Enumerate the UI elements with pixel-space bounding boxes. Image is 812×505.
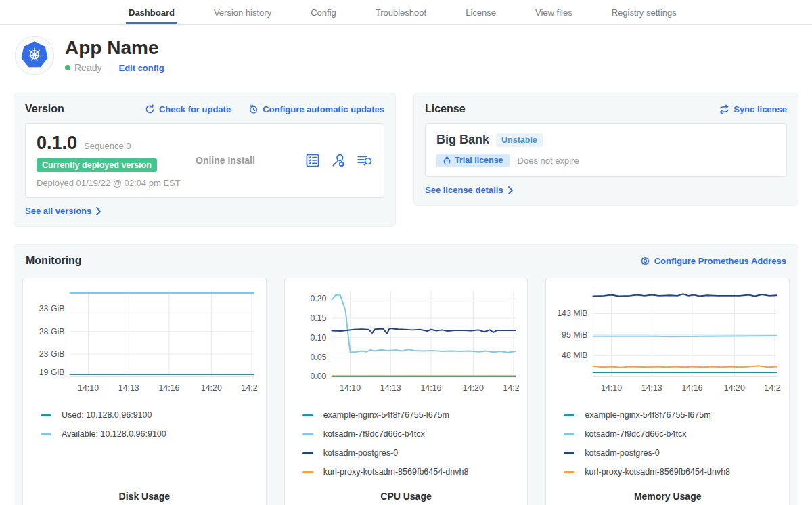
legend-label: example-nginx-54f8f76755-l675m [585, 410, 710, 420]
legend-item: example-nginx-54f8f76755-l675m [302, 405, 520, 424]
divider [110, 62, 110, 73]
install-type-label: Online Install [196, 155, 305, 166]
current-version-card: 0.1.0 Sequence 0 Currently deployed vers… [25, 123, 384, 198]
svg-text:0.05: 0.05 [310, 353, 326, 362]
svg-text:95 MiB: 95 MiB [562, 330, 587, 340]
chevron-right-icon [508, 186, 514, 194]
svg-text:14:13: 14:13 [641, 383, 662, 393]
legend-dash-icon [564, 414, 574, 416]
legend-label: kurl-proxy-kotsadm-8569fb6454-dnvh8 [585, 467, 730, 477]
svg-text:14:10: 14:10 [78, 383, 99, 393]
clock-refresh-icon [248, 104, 258, 114]
kubernetes-logo-icon [20, 41, 49, 70]
configure-automatic-updates-label: Configure automatic updates [263, 104, 384, 114]
legend-item: Available: 10.128.0.96:9100 [41, 424, 258, 443]
legend-item: kurl-proxy-kotsadm-8569fb6454-dnvh8 [564, 462, 781, 481]
tab-troubleshoot[interactable]: Troubleshoot [373, 0, 429, 24]
svg-text:0.00: 0.00 [310, 372, 326, 381]
svg-text:0.20: 0.20 [310, 294, 326, 303]
memory-usage-title: Memory Usage [554, 481, 781, 502]
preflight-checklist-icon[interactable] [305, 153, 320, 168]
tab-registry-settings[interactable]: Registry settings [609, 0, 679, 24]
license-card: Big Bank Unstable Trial license Does not… [425, 123, 787, 177]
monitoring-section-title: Monitoring [26, 255, 82, 267]
legend-item: kotsadm-postgres-0 [564, 443, 781, 462]
legend-label: kotsadm-postgres-0 [585, 448, 659, 458]
cpu-usage-legend: example-nginx-54f8f76755-l675mkotsadm-7f… [293, 405, 520, 481]
gear-icon [640, 256, 650, 266]
check-for-update-label: Check for update [159, 104, 231, 114]
legend-label: Available: 10.128.0.96:9100 [62, 429, 166, 439]
tab-license[interactable]: License [463, 0, 499, 24]
legend-dash-icon [302, 471, 313, 473]
sync-arrows-icon [719, 104, 729, 114]
status-badge: Ready [74, 62, 102, 73]
legend-label: kotsadm-7f9dc7d66c-b4tcx [323, 429, 425, 439]
cpu-usage-plot: 14:1014:1314:1614:2014:230.200.150.100.0… [293, 285, 520, 399]
check-for-update-button[interactable]: Check for update [145, 104, 231, 114]
see-all-versions-label: See all versions [25, 206, 91, 216]
svg-text:0.15: 0.15 [310, 313, 326, 323]
tab-view-files[interactable]: View files [533, 0, 575, 24]
svg-text:14:23: 14:23 [765, 383, 781, 393]
license-section: License Sync license Big Bank Unstable [413, 93, 798, 206]
config-wrench-icon[interactable] [331, 153, 346, 168]
svg-text:23 GiB: 23 GiB [39, 349, 65, 359]
disk-usage-chart-card: 14:1014:1314:1614:2014:2333 GiB28 GiB23 … [22, 278, 267, 505]
monitoring-section: Monitoring Configure Prometheus Address … [14, 244, 798, 505]
see-all-versions-link[interactable]: See all versions [25, 206, 102, 216]
svg-text:14:20: 14:20 [201, 383, 222, 393]
svg-text:14:16: 14:16 [158, 383, 179, 393]
sync-license-button[interactable]: Sync license [719, 104, 787, 114]
edit-config-link[interactable]: Edit config [118, 63, 164, 73]
cpu-usage-title: CPU Usage [293, 481, 520, 502]
legend-dash-icon [41, 414, 51, 416]
tab-config[interactable]: Config [308, 0, 339, 24]
svg-text:14:10: 14:10 [340, 383, 361, 393]
app-header: App Name Ready Edit config [0, 25, 812, 83]
deployed-badge: Currently deployed version [37, 158, 157, 172]
version-sequence: Sequence 0 [84, 141, 131, 151]
version-section: Version Check for update [14, 93, 396, 227]
legend-dash-icon [302, 433, 313, 435]
configure-automatic-updates-button[interactable]: Configure automatic updates [248, 104, 384, 114]
legend-item: Used: 10.128.0.96:9100 [41, 405, 258, 424]
disk-usage-legend: Used: 10.128.0.96:9100Available: 10.128.… [31, 405, 258, 443]
tab-version-history[interactable]: Version history [211, 0, 274, 24]
refresh-icon [145, 104, 155, 114]
view-logs-icon[interactable] [357, 153, 373, 168]
legend-item: kurl-proxy-kotsadm-8569fb6454-dnvh8 [302, 462, 520, 481]
deployed-timestamp: Deployed 01/19/22 @ 02:04 pm EST [37, 178, 196, 188]
page-title: App Name [65, 38, 164, 59]
version-number: 0.1.0 [37, 133, 77, 154]
legend-dash-icon [302, 414, 313, 416]
customer-name: Big Bank [436, 133, 489, 147]
svg-text:14:20: 14:20 [463, 383, 484, 393]
memory-usage-chart-card: 14:1014:1314:1614:2014:23143 MiB95 MiB48… [545, 278, 790, 505]
legend-label: kotsadm-postgres-0 [323, 448, 398, 458]
top-nav: DashboardVersion historyConfigTroublesho… [0, 0, 812, 25]
svg-text:143 MiB: 143 MiB [558, 309, 588, 319]
svg-text:14:13: 14:13 [380, 383, 401, 393]
stopwatch-icon [443, 156, 451, 165]
license-expiry: Does not expire [518, 156, 579, 166]
svg-text:48 MiB: 48 MiB [562, 351, 587, 360]
sync-license-label: Sync license [734, 104, 787, 114]
legend-dash-icon [302, 452, 313, 454]
tab-dashboard[interactable]: Dashboard [126, 0, 177, 24]
svg-text:14:10: 14:10 [601, 383, 622, 393]
see-license-details-label: See license details [425, 185, 503, 195]
svg-text:14:23: 14:23 [242, 383, 258, 393]
memory-usage-legend: example-nginx-54f8f76755-l675mkotsadm-7f… [554, 405, 781, 481]
svg-text:33 GiB: 33 GiB [39, 304, 65, 313]
configure-prometheus-label: Configure Prometheus Address [654, 256, 786, 266]
see-license-details-link[interactable]: See license details [425, 185, 514, 195]
configure-prometheus-button[interactable]: Configure Prometheus Address [640, 256, 786, 266]
legend-dash-icon [564, 471, 574, 473]
chevron-right-icon [95, 207, 102, 215]
disk-usage-plot: 14:1014:1314:1614:2014:2333 GiB28 GiB23 … [31, 285, 258, 399]
legend-item: kotsadm-7f9dc7d66c-b4tcx [302, 424, 520, 443]
status-dot-icon [65, 65, 70, 70]
legend-item: kotsadm-7f9dc7d66c-b4tcx [564, 424, 781, 443]
legend-label: Used: 10.128.0.96:9100 [62, 410, 152, 420]
